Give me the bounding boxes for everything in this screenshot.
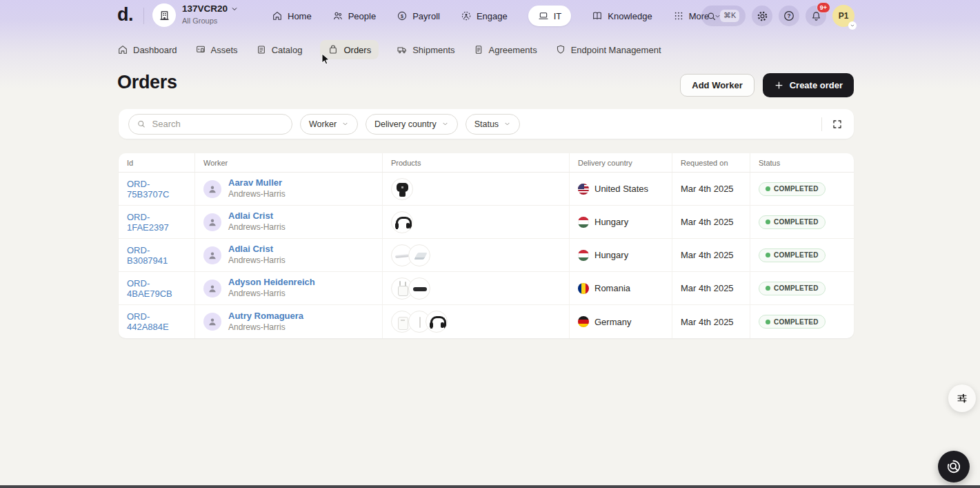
status-dot [766,286,770,291]
dashboard-icon [117,44,128,55]
worker-name-link[interactable]: Adyson Heidenreich [228,277,315,289]
worker-name-link[interactable]: Adlai Crist [228,211,286,222]
create-order-button[interactable]: Create order [763,73,854,97]
product-thumbnail [408,244,430,266]
requested-on-date: Mar 4th 2025 [672,239,750,271]
column-header-requested-on: Requested on [672,153,750,172]
subnav-item-shipments[interactable]: Shipments [397,44,454,55]
table-row[interactable]: ORD-442A884E Autry Romaguera Andrews-Har… [119,305,854,338]
plus-icon [774,80,784,90]
country-name: Hungary [594,250,628,260]
gear-icon [757,10,768,22]
status-badge: COMPLETED [759,315,826,329]
topbar-actions: ⌘K 9+ P1 [701,5,854,27]
table-row[interactable]: ORD-75B3707C Aarav Muller Andrews-Harris… [119,173,854,206]
tune-sliders-icon [956,392,968,404]
status-dot [766,320,770,324]
table-row[interactable]: ORD-1FAE2397 Adlai Crist Andrews-Harris … [119,206,854,239]
grid-icon [673,10,684,21]
table-row[interactable]: ORD-B3087941 Adlai Crist Andrews-Harris … [119,239,854,272]
table-settings-fab[interactable] [948,384,976,412]
nav-item-knowledge[interactable]: Knowledge [592,10,652,21]
payroll-icon [397,10,408,21]
worker-company: Andrews-Harris [228,322,303,333]
product-thumbnail [426,311,448,333]
order-id-link[interactable]: ORD-1FAE2397 [127,212,186,233]
search-field[interactable] [151,118,284,130]
expand-table-button[interactable] [830,117,844,131]
requested-on-date: Mar 4th 2025 [672,206,750,238]
nav-item-engage[interactable]: Engage [461,10,508,21]
subnav-item-agreements[interactable]: Agreements [473,44,537,55]
shield-icon [555,44,566,55]
worker-name-link[interactable]: Adlai Crist [228,244,286,255]
column-header-worker: Worker [195,153,383,172]
divider [143,8,144,24]
status-badge: COMPLETED [759,215,826,229]
global-search-button[interactable]: ⌘K [701,6,746,26]
country-name: Germany [594,317,631,327]
status-badge: COMPLETED [759,182,826,196]
agreements-icon [473,44,484,55]
nav-item-home[interactable]: Home [272,10,312,21]
subnav-item-catalog[interactable]: Catalog [256,44,303,55]
product-thumbnail [391,211,413,233]
people-icon [332,10,343,21]
person-icon [207,217,218,228]
org-switcher[interactable]: 137VCR20 All Groups [152,3,239,27]
help-icon [783,10,795,22]
worker-name-link[interactable]: Autry Romaguera [228,311,303,322]
subnav-item-orders[interactable]: Orders [320,40,379,59]
shipments-icon [397,44,408,55]
order-id-link[interactable]: ORD-442A884E [127,311,186,332]
subnav-item-dashboard[interactable]: Dashboard [117,44,177,55]
subnav-item-assets[interactable]: Assets [195,44,238,55]
chevron-down-icon [230,5,239,13]
search-icon [706,11,717,21]
add-worker-button[interactable]: Add Worker [680,74,754,97]
search-input[interactable] [128,114,292,135]
search-icon [137,119,146,129]
chevron-down-icon [503,120,511,128]
nav-item-people[interactable]: People [332,10,376,21]
status-filter-dropdown[interactable]: Status [466,114,520,135]
requested-on-date: Mar 4th 2025 [672,173,750,205]
orders-bag-icon [328,44,339,55]
country-flag-icon [578,217,589,228]
main-nav: Home People Payroll Engage IT Knowledge … [272,0,721,32]
help-button[interactable] [779,6,799,26]
delivery-country-filter-dropdown[interactable]: Delivery country [366,114,458,135]
requested-on-date: Mar 4th 2025 [672,305,750,338]
worker-company: Andrews-Harris [228,222,286,233]
worker-avatar [203,213,221,231]
status-dot [766,186,770,191]
scan-search-icon [946,459,961,474]
order-id-link[interactable]: ORD-4BAE79CB [127,278,186,299]
notifications-button[interactable]: 9+ [806,6,826,26]
nav-item-it[interactable]: IT [528,6,572,26]
settings-button[interactable] [752,6,772,26]
country-flag-icon [578,250,589,261]
table-row[interactable]: ORD-4BAE79CB Adyson Heidenreich Andrews-… [119,272,854,305]
fullscreen-icon [832,119,843,130]
subnav-item-endpoint-management[interactable]: Endpoint Management [555,44,661,55]
order-id-link[interactable]: ORD-75B3707C [127,179,186,199]
requested-on-date: Mar 4th 2025 [672,272,750,304]
user-avatar[interactable]: P1 [832,5,854,27]
order-id-link[interactable]: ORD-B3087941 [127,245,186,266]
nav-item-payroll[interactable]: Payroll [397,10,440,21]
home-icon [272,10,283,21]
assistant-search-fab[interactable] [938,451,970,482]
worker-filter-dropdown[interactable]: Worker [300,114,358,135]
chevron-down-icon [341,120,349,128]
knowledge-icon [592,10,603,21]
avatar-chevron-icon [848,21,857,30]
assets-icon [195,44,206,55]
page-title: Orders [117,72,177,93]
worker-avatar [203,313,221,331]
laptop-icon [538,10,549,21]
product-thumbnail [408,277,430,300]
worker-avatar [203,180,221,198]
engage-icon [461,10,472,21]
worker-name-link[interactable]: Aarav Muller [228,177,286,189]
